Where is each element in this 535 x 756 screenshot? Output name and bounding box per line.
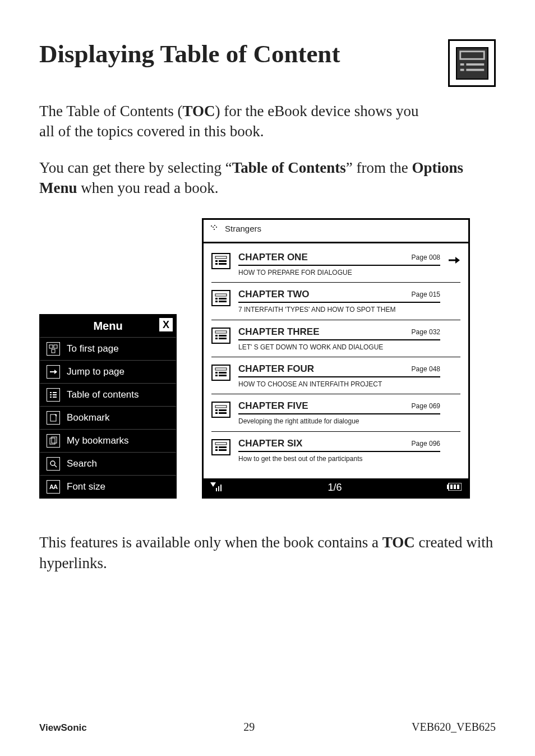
menu-item-label: Font size [67, 481, 105, 492]
search-icon [47, 457, 60, 471]
toc-row-main: CHAPTER FOURPage 048HOW TO CHOOSE AN INT… [238, 363, 440, 388]
svg-rect-53 [215, 412, 218, 414]
svg-rect-11 [50, 392, 52, 393]
divider [238, 413, 440, 414]
svg-marker-10 [54, 370, 57, 374]
toc-icon [47, 388, 60, 402]
font-size-icon: AA [47, 480, 60, 494]
menu-item-search[interactable]: Search [40, 452, 176, 475]
chevron-right-icon [448, 363, 460, 368]
divider [238, 302, 440, 303]
toc-chapter-subtitle: How to get the best out of the participa… [238, 455, 440, 463]
svg-rect-67 [454, 485, 456, 489]
my-bookmarks-icon [47, 434, 60, 448]
divider [238, 451, 440, 452]
svg-rect-37 [219, 298, 227, 299]
menu-item-toc[interactable]: Table of contents [40, 383, 176, 406]
footer-page-number: 29 [243, 721, 255, 734]
first-page-icon [47, 342, 60, 356]
svg-rect-30 [219, 260, 227, 262]
toc-row[interactable]: CHAPTER FIVEPage 069Developing the right… [211, 394, 460, 431]
svg-rect-58 [215, 449, 218, 451]
toc-page-number: Page 069 [412, 402, 440, 410]
toc-row[interactable]: CHAPTER THREEPage 032LET' S GET DOWN TO … [211, 320, 460, 357]
intro-paragraph-2: You can get there by selecting “Table of… [39, 158, 496, 199]
toc-row-icon [211, 439, 230, 455]
text: ” from the [346, 159, 412, 176]
outro-paragraph: This features is available only when the… [39, 532, 496, 573]
battery-icon [447, 483, 462, 492]
svg-rect-50 [215, 405, 227, 408]
pager-text: 1/6 [328, 482, 342, 494]
svg-rect-36 [215, 298, 218, 299]
text: You can get there by selecting “ [39, 159, 232, 176]
svg-point-25 [214, 225, 215, 226]
svg-rect-56 [215, 446, 218, 448]
svg-point-24 [213, 227, 214, 228]
close-icon[interactable]: X [159, 318, 173, 331]
svg-point-27 [214, 229, 215, 230]
svg-rect-4 [460, 68, 464, 71]
text-bold: TOC [183, 103, 215, 119]
svg-rect-68 [457, 485, 459, 489]
menu-item-bookmark[interactable]: Bookmark [40, 406, 176, 429]
toc-page-number: Page 008 [412, 253, 440, 261]
toc-row[interactable]: CHAPTER ONEPage 008HOW TO PREPARE FOR DI… [211, 246, 460, 283]
toc-row-icon [211, 290, 230, 306]
toc-row-main: CHAPTER FIVEPage 069Developing the right… [238, 400, 440, 425]
svg-rect-28 [215, 256, 227, 259]
toc-chapter-subtitle: LET' S GET DOWN TO WORK AND DIALOGUE [238, 343, 440, 351]
toc-row-icon [211, 328, 230, 344]
svg-marker-60 [210, 482, 216, 487]
svg-rect-43 [215, 338, 218, 339]
text: This features is available only when the… [39, 534, 382, 551]
svg-rect-8 [52, 349, 55, 353]
svg-rect-6 [49, 345, 53, 348]
svg-rect-41 [215, 335, 218, 336]
svg-rect-17 [50, 414, 56, 421]
svg-rect-57 [219, 446, 227, 448]
toc-chapter-subtitle: 7 INTERFAITH 'TYPES' AND HOW TO SPOT THE… [238, 306, 440, 314]
menu-title: Menu [93, 320, 122, 333]
svg-rect-63 [220, 485, 222, 491]
svg-rect-44 [219, 338, 227, 339]
menu-item-jump-page[interactable]: Jump to page [40, 360, 176, 383]
menu-item-font-size[interactable]: AA Font size [40, 475, 176, 498]
toc-row-main: CHAPTER TWOPage 0157 INTERFAITH 'TYPES' … [238, 289, 440, 314]
svg-point-26 [216, 227, 217, 228]
toc-row[interactable]: CHAPTER SIXPage 096How to get the best o… [211, 432, 460, 478]
svg-rect-29 [215, 260, 218, 262]
svg-rect-39 [219, 301, 227, 302]
toc-chapter-title: CHAPTER THREE [238, 326, 320, 338]
chevron-right-icon [448, 252, 460, 264]
menu-item-label: Bookmark [67, 412, 110, 423]
toc-row[interactable]: CHAPTER TWOPage 0157 INTERFAITH 'TYPES' … [211, 283, 460, 320]
text: when you read a book. [77, 179, 219, 196]
footer-model: VEB620_VEB625 [412, 721, 496, 734]
svg-rect-12 [53, 392, 57, 393]
svg-rect-3 [466, 63, 484, 66]
intro-paragraph-1: The Table of Contents (TOC) for the eBoo… [39, 101, 432, 142]
svg-point-23 [211, 225, 212, 227]
menu-item-my-bookmarks[interactable]: My bookmarks [40, 429, 176, 452]
menu-item-first-page[interactable]: To first page [40, 337, 176, 360]
toc-chapter-title: CHAPTER SIX [238, 438, 302, 449]
toc-page-number: Page 048 [412, 365, 440, 373]
toc-row-icon [211, 253, 230, 269]
svg-rect-54 [219, 412, 227, 414]
svg-rect-66 [450, 485, 453, 489]
svg-line-22 [54, 465, 57, 467]
toc-row-main: CHAPTER THREEPage 032LET' S GET DOWN TO … [238, 326, 440, 351]
book-title: Strangers [225, 224, 261, 233]
menu-item-label: My bookmarks [67, 435, 129, 446]
svg-marker-34 [455, 257, 460, 264]
chevron-right-icon [448, 289, 460, 293]
toc-row-icon [211, 402, 230, 418]
toc-row[interactable]: CHAPTER FOURPage 048HOW TO CHOOSE AN INT… [211, 357, 460, 394]
svg-rect-40 [215, 331, 227, 333]
text: The Table of Contents ( [39, 103, 183, 119]
svg-rect-35 [215, 294, 227, 296]
page-title: Displaying Table of Content [39, 39, 340, 68]
svg-rect-52 [219, 409, 227, 411]
svg-rect-46 [215, 372, 218, 374]
